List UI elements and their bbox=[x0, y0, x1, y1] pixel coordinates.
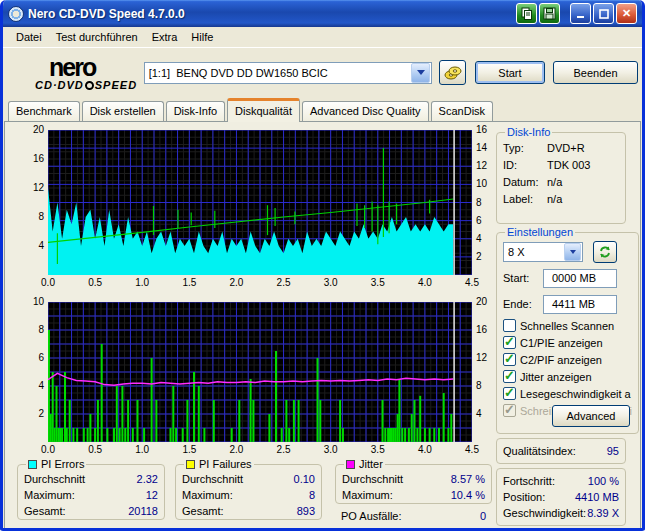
y-axis-tick-right: 16 bbox=[476, 324, 498, 335]
x-axis-tick: 3.5 bbox=[365, 444, 391, 455]
app-icon bbox=[8, 6, 24, 22]
speed-selector[interactable]: 8 X bbox=[503, 242, 583, 262]
po-failures-value: 0 bbox=[480, 510, 486, 522]
refresh-icon bbox=[598, 245, 612, 259]
tab-disk-erstellen[interactable]: Disk erstellen bbox=[82, 101, 164, 121]
disk-type: DVD+R bbox=[547, 142, 585, 154]
y-axis-tick-left: 16 bbox=[16, 153, 44, 164]
minimize-button[interactable] bbox=[570, 3, 591, 24]
quality-index-panel: Qualitätsindex:95 bbox=[496, 438, 626, 464]
checkbox-icon bbox=[503, 370, 516, 383]
speed-selector-value: 8 X bbox=[504, 246, 564, 258]
disk-label: n/a bbox=[547, 193, 562, 205]
disk-id: TDK 003 bbox=[547, 159, 590, 171]
jitter-max: 10.4 % bbox=[451, 489, 485, 501]
x-axis-tick: 0.5 bbox=[82, 277, 108, 288]
x-axis-tick: 4.0 bbox=[412, 444, 438, 455]
close-button[interactable]: ✕ bbox=[616, 3, 637, 24]
progress-panel: Fortschritt:100 % Position:4410 MB Gesch… bbox=[496, 468, 626, 526]
checkbox-icon bbox=[503, 319, 516, 332]
y-axis-tick-right: 12 bbox=[476, 160, 498, 171]
tab-disk-info[interactable]: Disk-Info bbox=[166, 101, 225, 121]
nero-logo-text: nero bbox=[49, 55, 142, 80]
y-axis-tick-right: 6 bbox=[476, 215, 498, 226]
x-axis-tick: 3.5 bbox=[365, 277, 391, 288]
x-axis-tick: 2.5 bbox=[271, 277, 297, 288]
position-value: 4410 MB bbox=[575, 491, 619, 503]
pi-failures-total: 893 bbox=[297, 505, 315, 517]
x-axis-tick: 2.5 bbox=[271, 444, 297, 455]
menu-bar: Datei Test durchführen Extra Hilfe bbox=[3, 27, 642, 48]
checkbox-icon bbox=[503, 353, 516, 366]
eject-disc-button[interactable] bbox=[439, 60, 466, 85]
refresh-button[interactable] bbox=[593, 241, 617, 263]
y-axis-tick-left: 4 bbox=[16, 240, 44, 251]
tab-diskqualitaet[interactable]: Diskqualität bbox=[227, 98, 300, 122]
disk-info-panel: Disk-Info Typ:DVD+R ID:TDK 003 Datum:n/a… bbox=[496, 126, 626, 224]
tab-advanced-disc-quality[interactable]: Advanced Disc Quality bbox=[302, 101, 429, 121]
x-axis-tick: 3.0 bbox=[318, 444, 344, 455]
tab-benchmark[interactable]: Benchmark bbox=[8, 101, 80, 121]
checkbox-lesegeschwindigkeit[interactable]: Lesegeschwindigkeit a bbox=[503, 385, 632, 402]
menu-extra[interactable]: Extra bbox=[145, 29, 185, 45]
disc-icon bbox=[85, 81, 94, 90]
copy-to-clipboard-button[interactable] bbox=[516, 3, 537, 24]
x-axis-tick: 1.0 bbox=[129, 277, 155, 288]
checkbox-icon bbox=[503, 404, 516, 417]
checkbox-icon bbox=[503, 336, 516, 349]
y-axis-tick-left: 12 bbox=[16, 182, 44, 193]
y-axis-tick-right: 8 bbox=[476, 380, 498, 391]
drive-selector[interactable]: [1:1] BENQ DVD DD DW1650 BCIC bbox=[144, 62, 432, 84]
advanced-button[interactable]: Advanced bbox=[552, 405, 630, 427]
progress-value: 100 % bbox=[588, 475, 619, 487]
x-axis-tick: 1.0 bbox=[129, 444, 155, 455]
pi-failures-stats: PI Failures Durchschnitt0.10 Maximum:8 G… bbox=[175, 458, 322, 520]
header: nero CD·DVDSPEED [1:1] BENQ DVD DD DW165… bbox=[3, 48, 642, 97]
checkbox-jitter[interactable]: Jitter anzeigen bbox=[503, 368, 632, 385]
y-axis-tick-right: 4 bbox=[476, 233, 498, 244]
maximize-button[interactable] bbox=[593, 3, 614, 24]
y-axis-tick-right: 4 bbox=[476, 408, 498, 419]
nero-logo: nero CD·DVDSPEED bbox=[35, 55, 142, 91]
app-window: Nero CD-DVD Speed 4.7.0.0 ✕ Datei Test d… bbox=[0, 0, 645, 531]
y-axis-tick-right: 10 bbox=[476, 178, 498, 189]
po-failures-row: PO Ausfälle:0 bbox=[341, 508, 486, 524]
start-position-field[interactable]: 0000 MB bbox=[543, 269, 617, 288]
x-axis-tick: 1.5 bbox=[176, 444, 202, 455]
title-bar: Nero CD-DVD Speed 4.7.0.0 ✕ bbox=[3, 0, 642, 27]
save-button[interactable] bbox=[539, 3, 560, 24]
checkbox-c1-pie[interactable]: C1/PIE anzeigen bbox=[503, 334, 632, 351]
menu-datei[interactable]: Datei bbox=[9, 29, 49, 45]
diskqualitaet-page: 201612841614121086420.00.51.01.52.02.53.… bbox=[4, 121, 641, 529]
speed-value: 8.39 X bbox=[587, 507, 619, 519]
eject-disc-icon bbox=[444, 66, 462, 80]
checkbox-c2-pif[interactable]: C2/PIF anzeigen bbox=[503, 351, 632, 368]
pi-errors-total: 20118 bbox=[128, 505, 158, 517]
x-axis-tick: 2.0 bbox=[223, 277, 249, 288]
menu-test-durchfuehren[interactable]: Test durchführen bbox=[49, 29, 145, 45]
x-axis-tick: 1.5 bbox=[176, 277, 202, 288]
pi-failures-legend-swatch bbox=[186, 460, 195, 469]
disk-date: n/a bbox=[547, 176, 562, 188]
quality-index-value: 95 bbox=[607, 445, 619, 457]
tab-bar: Benchmark Disk erstellen Disk-Info Diskq… bbox=[3, 97, 642, 121]
pi-failures-avg: 0.10 bbox=[294, 473, 315, 485]
pi-errors-chart: 201612841614121086420.00.51.01.52.02.53.… bbox=[48, 130, 472, 275]
y-axis-tick-left: 4 bbox=[16, 380, 44, 391]
copy-icon bbox=[520, 7, 533, 20]
quit-button[interactable]: Beenden bbox=[553, 61, 638, 84]
pi-failures-max: 8 bbox=[309, 489, 315, 501]
checkbox-icon bbox=[503, 387, 516, 400]
chevron-down-icon[interactable] bbox=[564, 243, 581, 261]
menu-hilfe[interactable]: Hilfe bbox=[184, 29, 220, 45]
jitter-avg: 8.57 % bbox=[451, 473, 485, 485]
end-position-field[interactable]: 4411 MB bbox=[543, 295, 617, 314]
chevron-down-icon[interactable] bbox=[411, 63, 430, 83]
tab-scandisk[interactable]: ScanDisk bbox=[431, 101, 493, 121]
pi-failures-chart: 108642201612840.00.51.01.52.02.53.03.54.… bbox=[48, 302, 472, 442]
minimize-icon bbox=[575, 8, 587, 20]
pi-errors-legend-swatch bbox=[28, 460, 37, 469]
checkbox-schnelles-scannen[interactable]: Schnelles Scannen bbox=[503, 317, 632, 334]
start-button[interactable]: Start bbox=[475, 61, 545, 84]
pi-errors-avg: 2.32 bbox=[137, 473, 158, 485]
